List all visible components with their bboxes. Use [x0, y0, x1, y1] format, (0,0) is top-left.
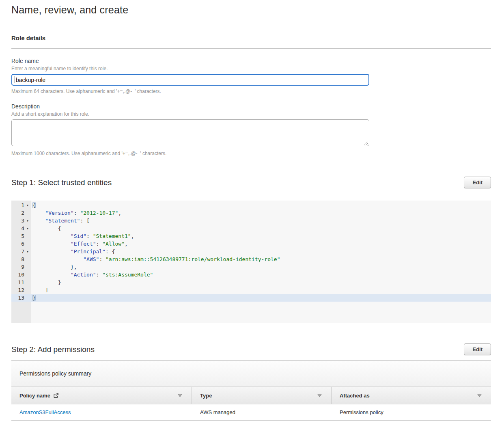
- role-name-label: Role name: [11, 58, 491, 64]
- description-field: Description Add a short explanation for …: [11, 103, 491, 156]
- column-header-attached-as[interactable]: Attached as: [332, 387, 491, 404]
- editor-line-number: 11: [11, 279, 31, 286]
- filter-dropdown-icon[interactable]: [317, 393, 322, 397]
- step2-heading: Step 2: Add permissions: [11, 345, 95, 354]
- permissions-table-header: Policy name Type: [11, 386, 491, 404]
- editor-code-line[interactable]: {: [31, 225, 491, 232]
- policy-type-cell: AWS managed: [192, 404, 332, 420]
- page-title: Name, review, and create: [11, 4, 491, 16]
- column-label: Attached as: [340, 393, 370, 399]
- editor-code[interactable]: { "Version": "2012-10-17", "Statement": …: [31, 201, 491, 323]
- fold-caret-icon[interactable]: ▾: [24, 248, 31, 255]
- policy-name-link[interactable]: AmazonS3FullAccess: [19, 409, 71, 415]
- editor-line-number[interactable]: 3▾: [11, 217, 31, 225]
- column-header-type[interactable]: Type: [192, 387, 332, 404]
- role-details-section: Role details Role name Enter a meaningfu…: [11, 35, 491, 156]
- editor-line-number: 2: [11, 209, 31, 217]
- editor-code-line[interactable]: "Version": "2012-10-17",: [31, 209, 491, 217]
- edit-trusted-entities-button[interactable]: Edit: [464, 177, 491, 188]
- description-constraint: Maximum 1000 characters. Use alphanumeri…: [11, 151, 491, 156]
- description-textarea[interactable]: [11, 119, 369, 146]
- external-link-icon: [53, 393, 59, 398]
- editor-line-number: 6: [11, 240, 31, 248]
- role-details-heading: Role details: [11, 35, 491, 41]
- table-row: AmazonS3FullAccess AWS managed Permissio…: [11, 404, 491, 421]
- step2-section: Step 2: Add permissions Edit Permissions…: [11, 343, 491, 421]
- editor-gutter: 1▾23▾4▾567▾8910111213: [11, 201, 31, 323]
- column-header-policy-name[interactable]: Policy name: [11, 387, 192, 404]
- fold-caret-icon[interactable]: ▾: [24, 201, 31, 209]
- edit-permissions-button[interactable]: Edit: [464, 343, 491, 355]
- editor-line-number[interactable]: 7▾: [11, 248, 31, 255]
- section-divider: [11, 48, 491, 49]
- filter-dropdown-icon[interactable]: [177, 393, 183, 397]
- description-label: Description: [11, 103, 491, 110]
- editor-code-line[interactable]: {: [31, 201, 491, 209]
- editor-line-number: 5: [11, 232, 31, 240]
- permissions-panel-title: Permissions policy summary: [11, 360, 491, 386]
- filter-dropdown-icon[interactable]: [477, 393, 482, 397]
- policy-attached-as-cell: Permissions policy: [332, 404, 491, 420]
- editor-line-number: 13: [11, 294, 31, 302]
- fold-caret-icon[interactable]: ▾: [24, 217, 31, 225]
- column-label: Policy name: [19, 393, 50, 399]
- editor-code-line[interactable]: }: [31, 294, 491, 302]
- permissions-summary-panel: Permissions policy summary Policy name T…: [11, 360, 491, 421]
- fold-caret-icon[interactable]: ▾: [24, 225, 31, 232]
- description-help: Add a short explanation for this role.: [11, 111, 491, 117]
- editor-line-number: 10: [11, 271, 31, 279]
- editor-line-number: 12: [11, 286, 31, 294]
- editor-line-number: 9: [11, 263, 31, 271]
- editor-code-line[interactable]: }: [31, 279, 491, 286]
- step1-heading: Step 1: Select trusted entities: [11, 178, 112, 187]
- editor-code-line[interactable]: "Statement": [: [31, 217, 491, 225]
- role-name-constraint: Maximum 64 characters. Use alphanumeric …: [11, 89, 491, 94]
- editor-code-line[interactable]: "Effect": "Allow",: [31, 240, 491, 248]
- editor-code-line[interactable]: },: [31, 263, 491, 271]
- editor-line-number[interactable]: 1▾: [11, 201, 31, 209]
- text-caret: [15, 76, 15, 83]
- trust-policy-editor[interactable]: 1▾23▾4▾567▾8910111213 { "Version": "2012…: [11, 201, 491, 323]
- editor-code-line[interactable]: "Action": "sts:AssumeRole": [31, 271, 491, 279]
- page-root: Name, review, and create Role details Ro…: [0, 0, 504, 421]
- column-label: Type: [200, 393, 212, 399]
- step1-section: Step 1: Select trusted entities Edit 1▾2…: [11, 177, 491, 323]
- editor-caret: [36, 295, 36, 301]
- role-name-help: Enter a meaningful name to identify this…: [11, 66, 491, 71]
- editor-code-line[interactable]: ]: [31, 286, 491, 294]
- editor-code-line[interactable]: "AWS": "arn:aws:iam::541263489771:role/w…: [31, 255, 491, 263]
- role-name-field: Role name Enter a meaningful name to ide…: [11, 58, 491, 94]
- editor-code-line[interactable]: "Principal": {: [31, 248, 491, 255]
- editor-line-number[interactable]: 4▾: [11, 225, 31, 232]
- editor-code-line[interactable]: "Sid": "Statement1",: [31, 232, 491, 240]
- editor-line-number: 8: [11, 255, 31, 263]
- role-name-input[interactable]: [11, 74, 369, 86]
